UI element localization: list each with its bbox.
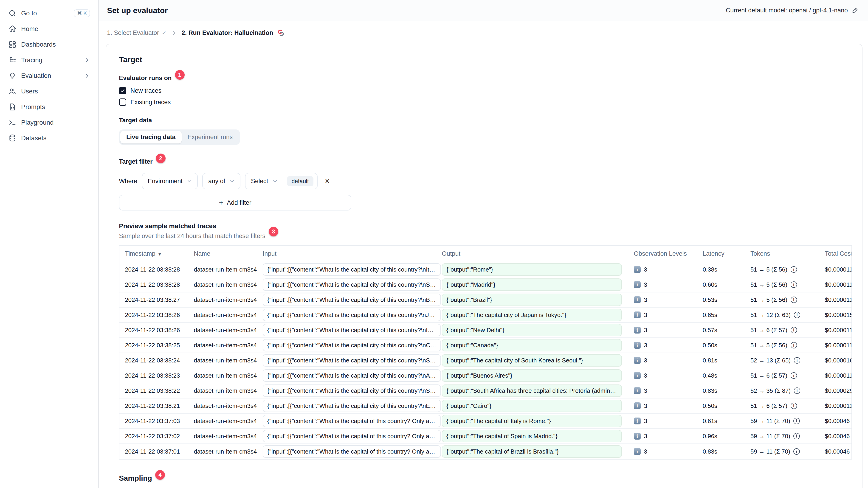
- latency-cell: 0.57s: [697, 327, 745, 334]
- sidebar-item-prompts[interactable]: Prompts: [5, 99, 94, 115]
- goto-search[interactable]: Go to... ⌘ K: [5, 5, 94, 21]
- chevron-right-icon: [171, 30, 177, 36]
- column-header-timestamp[interactable]: Timestamp▼: [119, 250, 188, 257]
- output-preview: {"output":"The capital of Brazil is Bras…: [442, 445, 622, 458]
- name-cell: dataset-run-item-cm3s4: [188, 433, 257, 440]
- info-square-icon: i: [634, 387, 641, 394]
- table-row[interactable]: 2024-11-22 03:38:26dataset-run-item-cm3s…: [119, 323, 851, 338]
- column-header-observation-levels[interactable]: Observation Levels: [628, 250, 697, 257]
- checkbox-new-traces[interactable]: New traces: [119, 87, 856, 94]
- input-cell: {"input":[{"content":"What is the capita…: [257, 279, 442, 291]
- column-header-input[interactable]: Input: [257, 250, 442, 257]
- runs-on-row: Evaluator runs on 1: [119, 73, 856, 83]
- table-row[interactable]: 2024-11-22 03:38:27dataset-run-item-cm3s…: [119, 292, 851, 307]
- sidebar-item-playground[interactable]: Playground: [5, 115, 94, 130]
- column-header-tokens[interactable]: Tokens: [745, 250, 821, 257]
- step-badge-2: 2: [156, 154, 165, 163]
- tokens-cell: 51 → 5 (Σ 56)i: [745, 296, 821, 303]
- column-header-total-cost[interactable]: Total Cost: [821, 250, 852, 257]
- timestamp-cell: 2024-11-22 03:38:28: [119, 281, 188, 288]
- tab-live-tracing-data[interactable]: Live tracing data: [120, 131, 182, 143]
- table-row[interactable]: 2024-11-22 03:38:28dataset-run-item-cm3s…: [119, 262, 851, 277]
- breadcrumb-step1[interactable]: 1. Select Evaluator ✓: [107, 29, 166, 36]
- terminal-icon: [8, 119, 17, 127]
- output-preview: {"output":"The capital city of South Kor…: [442, 354, 622, 366]
- tokens-cell: 59 → 11 (Σ 70)i: [745, 418, 821, 425]
- sidebar-item-dashboards[interactable]: Dashboards: [5, 37, 94, 52]
- table-row[interactable]: 2024-11-22 03:38:22dataset-run-item-cm3s…: [119, 383, 851, 398]
- input-preview: {"input":[{"content":"What is the capita…: [263, 263, 441, 276]
- sidebar-item-tracing[interactable]: Tracing: [5, 52, 94, 68]
- info-circle-icon: i: [794, 433, 800, 440]
- table-row[interactable]: 2024-11-22 03:38:28dataset-run-item-cm3s…: [119, 277, 851, 292]
- name-cell: dataset-run-item-cm3s4: [188, 296, 257, 303]
- step-badge-3: 3: [269, 227, 278, 236]
- total-cost-cell: $0.000011 (: [821, 372, 852, 379]
- filter-column-select[interactable]: Environment: [142, 173, 198, 189]
- tab-experiment-runs[interactable]: Experiment runs: [182, 131, 239, 143]
- file-code-icon: [8, 103, 17, 111]
- knot-icon: [277, 29, 285, 37]
- table-row[interactable]: 2024-11-22 03:38:26dataset-run-item-cm3s…: [119, 307, 851, 323]
- chevron-right-icon: [84, 57, 90, 63]
- column-header-name[interactable]: Name: [188, 250, 257, 257]
- input-preview: {"input":[{"content":"What is the capita…: [263, 369, 441, 382]
- total-cost-cell: $0.000029: [821, 387, 852, 394]
- chevron-right-icon: [84, 72, 90, 79]
- info-square-icon: i: [634, 448, 641, 455]
- table-row[interactable]: 2024-11-22 03:38:21dataset-run-item-cm3s…: [119, 398, 851, 414]
- column-header-latency[interactable]: Latency: [697, 250, 745, 257]
- info-square-icon: i: [634, 402, 641, 409]
- tokens-cell: 59 → 11 (Σ 70)i: [745, 448, 821, 455]
- sidebar-item-evaluation[interactable]: Evaluation: [5, 68, 94, 84]
- dashboards-icon: [8, 40, 17, 48]
- observation-levels-cell: i3: [628, 357, 697, 364]
- table-row[interactable]: 2024-11-22 03:38:24dataset-run-item-cm3s…: [119, 353, 851, 368]
- latency-cell: 0.65s: [697, 312, 745, 319]
- step-badge-1: 1: [175, 70, 185, 80]
- sidebar-item-datasets[interactable]: Datasets: [5, 130, 94, 146]
- table-row[interactable]: 2024-11-22 03:37:03dataset-run-item-cm3s…: [119, 414, 851, 429]
- output-preview: {"output":"The capital of Spain is Madri…: [442, 430, 622, 442]
- table-row[interactable]: 2024-11-22 03:37:01dataset-run-item-cm3s…: [119, 444, 851, 459]
- target-filter-row: Target filter 2: [119, 157, 856, 166]
- breadcrumb-step2: 2. Run Evaluator: Hallucination: [182, 29, 285, 37]
- table-row[interactable]: 2024-11-22 03:37:02dataset-run-item-cm3s…: [119, 429, 851, 444]
- info-circle-icon: i: [794, 312, 800, 318]
- input-cell: {"input":[{"content":"What is the capita…: [257, 430, 442, 442]
- info-circle-icon: i: [790, 372, 797, 379]
- checkbox-checked-icon[interactable]: [119, 87, 126, 94]
- tokens-cell: 51 → 6 (Σ 57)i: [745, 327, 821, 334]
- sampling-heading: Sampling: [119, 474, 152, 483]
- table-row[interactable]: 2024-11-22 03:38:23dataset-run-item-cm3s…: [119, 368, 851, 383]
- table-row[interactable]: 2024-11-22 03:38:25dataset-run-item-cm3s…: [119, 338, 851, 353]
- tokens-cell: 52 → 35 (Σ 87)i: [745, 387, 821, 394]
- lightbulb-icon: [8, 72, 17, 80]
- timestamp-cell: 2024-11-22 03:38:23: [119, 372, 188, 379]
- sidebar-item-home[interactable]: Home: [5, 21, 94, 37]
- info-circle-icon: i: [794, 357, 800, 364]
- remove-filter-button[interactable]: ×: [323, 177, 332, 185]
- filter-value-select[interactable]: Select default: [245, 173, 317, 189]
- total-cost-cell: $0.000015: [821, 312, 852, 319]
- info-square-icon: i: [634, 433, 641, 440]
- observation-levels-cell: i3: [628, 448, 697, 455]
- filter-operator-select[interactable]: any of: [202, 173, 241, 189]
- target-data-tabs: Live tracing data Experiment runs: [119, 129, 240, 145]
- column-header-output[interactable]: Output: [442, 250, 628, 257]
- edit-model-icon[interactable]: [851, 7, 859, 14]
- sidebar-item-users[interactable]: Users: [5, 84, 94, 99]
- checkbox-unchecked-icon[interactable]: [119, 98, 126, 106]
- output-preview: {"output":"Brazil"}: [442, 294, 622, 306]
- checkbox-existing-traces[interactable]: Existing traces: [119, 98, 856, 106]
- tokens-cell: 51 → 12 (Σ 63)i: [745, 312, 821, 319]
- input-cell: {"input":[{"content":"What is the capita…: [257, 354, 442, 366]
- add-filter-button[interactable]: + Add filter: [119, 195, 351, 210]
- timestamp-cell: 2024-11-22 03:38:22: [119, 387, 188, 394]
- name-cell: dataset-run-item-cm3s4: [188, 281, 257, 288]
- step-badge-4: 4: [155, 470, 165, 480]
- latency-cell: 0.96s: [697, 433, 745, 440]
- latency-cell: 0.61s: [697, 418, 745, 425]
- timestamp-cell: 2024-11-22 03:38:27: [119, 296, 188, 303]
- input-cell: {"input":[{"content":"What is the capita…: [257, 369, 442, 382]
